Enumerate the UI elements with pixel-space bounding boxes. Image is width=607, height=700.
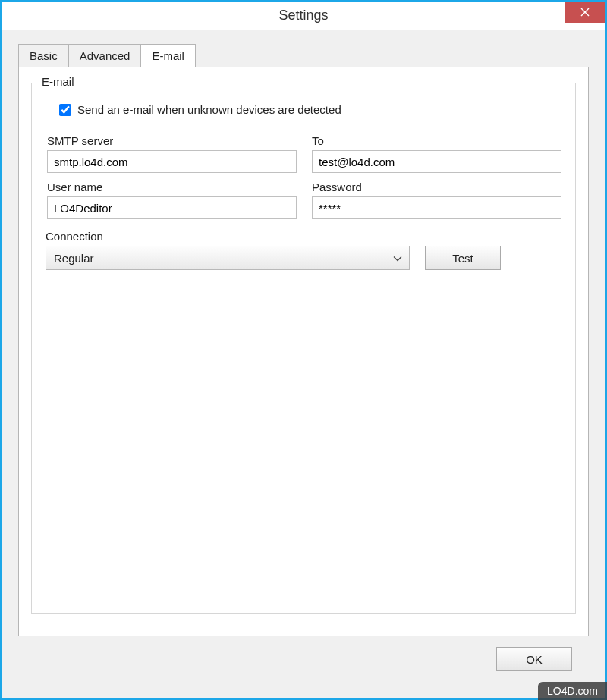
smtp-input[interactable]: [47, 150, 297, 173]
to-input[interactable]: [312, 150, 561, 173]
send-email-checkbox-row: Send an e-mail when unknown devices are …: [59, 103, 561, 116]
connection-value: Regular: [54, 252, 94, 265]
connection-select[interactable]: Regular: [46, 246, 410, 270]
settings-window: Settings Basic Advanced E-mail E-mail Se…: [0, 0, 607, 700]
send-email-checkbox[interactable]: [59, 104, 71, 116]
to-label: To: [312, 134, 561, 147]
groupbox-title: E-mail: [38, 75, 78, 88]
password-label: Password: [312, 180, 561, 193]
test-button[interactable]: Test: [425, 246, 501, 270]
tab-panel-email: E-mail Send an e-mail when unknown devic…: [18, 67, 589, 636]
tab-bar: Basic Advanced E-mail: [18, 44, 589, 67]
content-area: Basic Advanced E-mail E-mail Send an e-m…: [2, 30, 605, 698]
smtp-label: SMTP server: [47, 134, 297, 147]
password-input[interactable]: [312, 196, 561, 219]
email-groupbox: E-mail Send an e-mail when unknown devic…: [31, 83, 576, 614]
close-icon: [580, 8, 590, 17]
send-email-label: Send an e-mail when unknown devices are …: [77, 103, 341, 116]
tab-basic[interactable]: Basic: [18, 44, 69, 67]
ok-button[interactable]: OK: [496, 647, 572, 671]
close-button[interactable]: [565, 2, 605, 23]
connection-label: Connection: [46, 230, 561, 243]
connection-row: Connection Regular Test: [46, 230, 561, 270]
connection-select-wrap[interactable]: Regular: [46, 246, 410, 270]
username-input[interactable]: [47, 196, 297, 219]
tab-advanced[interactable]: Advanced: [68, 44, 142, 67]
watermark: LO4D.com: [538, 682, 607, 700]
field-grid: SMTP server To User name Password: [47, 130, 561, 219]
username-label: User name: [47, 180, 297, 193]
tab-email[interactable]: E-mail: [140, 44, 196, 67]
window-title: Settings: [278, 8, 328, 24]
dialog-footer: OK: [18, 636, 589, 683]
titlebar: Settings: [2, 2, 605, 30]
